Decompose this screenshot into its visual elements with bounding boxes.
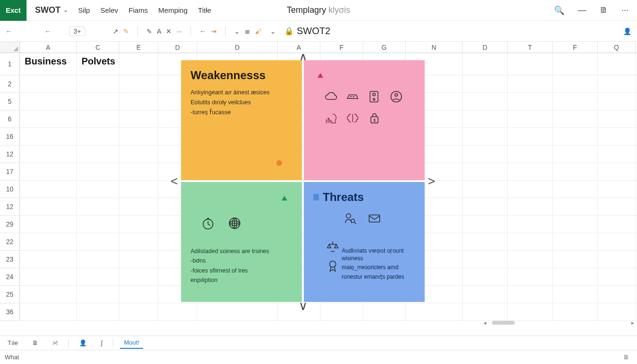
cell[interactable] xyxy=(119,303,158,320)
cell[interactable] xyxy=(598,233,636,250)
status-page-icon[interactable]: 🗎 xyxy=(623,354,632,361)
row-header[interactable]: 36 xyxy=(0,303,20,321)
cell[interactable] xyxy=(598,198,636,215)
column-header[interactable]: A xyxy=(20,42,77,53)
menu-item-silp[interactable]: Silp xyxy=(78,6,90,14)
cell[interactable] xyxy=(119,75,158,92)
cell[interactable] xyxy=(598,128,636,145)
dropdown2-icon[interactable]: ⌄ xyxy=(270,27,276,35)
minimize-icon[interactable]: — xyxy=(578,5,586,15)
cell[interactable] xyxy=(20,146,77,163)
cell[interactable] xyxy=(197,303,278,320)
row-header[interactable]: 29 xyxy=(0,216,20,233)
cell[interactable] xyxy=(463,233,508,250)
cell[interactable] xyxy=(598,303,636,320)
row-header[interactable]: 6 xyxy=(0,110,20,128)
cell[interactable] xyxy=(598,286,636,303)
cell[interactable] xyxy=(20,233,77,250)
swot-weaknesses[interactable]: Weakennesss Anlıyingeant aır áinest æsic… xyxy=(181,60,302,180)
cell[interactable] xyxy=(119,93,158,110)
cell[interactable] xyxy=(77,163,119,180)
row-header[interactable]: 5 xyxy=(0,93,20,110)
cell[interactable] xyxy=(463,181,508,198)
cell[interactable] xyxy=(119,128,158,145)
cell[interactable] xyxy=(119,286,158,303)
cell[interactable] xyxy=(553,216,598,233)
cell[interactable] xyxy=(77,216,119,233)
cell[interactable] xyxy=(508,163,553,180)
cell[interactable] xyxy=(20,198,77,215)
brush-icon[interactable]: 🖌 xyxy=(255,27,262,35)
pencil-icon[interactable]: ✎ xyxy=(146,27,152,35)
cell[interactable]: Business xyxy=(20,53,77,75)
column-header[interactable]: A xyxy=(278,42,320,53)
menu-item-title[interactable]: Titłe xyxy=(198,6,211,14)
column-header[interactable]: F xyxy=(553,42,598,53)
swot-strengths[interactable]: $ xyxy=(304,60,425,180)
cell[interactable] xyxy=(508,303,553,320)
cell[interactable] xyxy=(20,75,77,92)
cell[interactable] xyxy=(463,93,508,110)
tab-next[interactable]: >! xyxy=(49,337,62,348)
column-header[interactable]: G xyxy=(363,42,406,53)
cell[interactable] xyxy=(553,233,598,250)
cell[interactable] xyxy=(119,198,158,215)
cell[interactable] xyxy=(508,286,553,303)
cell[interactable] xyxy=(463,216,508,233)
cell[interactable] xyxy=(553,128,598,145)
cell-b1[interactable]: Polvets xyxy=(77,53,119,70)
cell[interactable] xyxy=(508,110,553,127)
menu-item-selev[interactable]: Selev xyxy=(100,6,118,14)
cell[interactable] xyxy=(77,93,119,110)
column-header[interactable]: D xyxy=(197,42,278,53)
row-header[interactable]: 12 xyxy=(0,198,20,216)
cell[interactable] xyxy=(463,198,508,215)
cell[interactable] xyxy=(598,251,636,268)
tab-tile[interactable]: Tıle xyxy=(4,337,22,348)
cell[interactable] xyxy=(598,53,636,75)
menu-item-memping[interactable]: Memping xyxy=(158,6,188,14)
row-header[interactable]: 17 xyxy=(0,163,20,181)
cell[interactable] xyxy=(508,268,553,285)
cell[interactable] xyxy=(508,251,553,268)
cell[interactable] xyxy=(77,146,119,163)
strike-icon[interactable]: ✕ xyxy=(166,27,172,35)
row-header[interactable]: 12 xyxy=(0,146,20,163)
cell[interactable] xyxy=(20,303,77,320)
cell[interactable] xyxy=(508,93,553,110)
cell[interactable] xyxy=(463,163,508,180)
menu-swot[interactable]: SWOT ⌄ xyxy=(35,5,68,15)
cell[interactable] xyxy=(119,268,158,285)
horizontal-scrollbar[interactable]: ◂ ▸ xyxy=(492,319,634,326)
cell[interactable] xyxy=(77,286,119,303)
tab-page-icon[interactable]: 🗎 xyxy=(28,337,42,348)
align-left-icon[interactable]: ← xyxy=(200,27,206,35)
cell[interactable] xyxy=(77,233,119,250)
cell[interactable] xyxy=(119,146,158,163)
cell[interactable] xyxy=(553,303,598,320)
cell[interactable] xyxy=(119,233,158,250)
account-icon[interactable]: 👤 xyxy=(623,27,631,35)
tab-active[interactable]: Mout! xyxy=(120,337,143,349)
row-header[interactable]: 10 xyxy=(0,181,20,198)
cell[interactable] xyxy=(363,303,406,320)
cell[interactable] xyxy=(598,146,636,163)
cell[interactable] xyxy=(158,303,197,320)
zoom-box[interactable]: 3+ xyxy=(69,27,85,36)
column-header[interactable]: N xyxy=(406,42,463,53)
column-header[interactable]: E xyxy=(119,42,158,53)
cell[interactable] xyxy=(553,146,598,163)
cell[interactable] xyxy=(77,75,119,92)
row-header[interactable]: 25 xyxy=(0,286,20,303)
column-header[interactable]: D xyxy=(158,42,197,53)
cell[interactable] xyxy=(119,181,158,198)
scroll-thumb[interactable] xyxy=(492,321,515,325)
cell[interactable] xyxy=(77,198,119,215)
cell[interactable] xyxy=(508,233,553,250)
cell[interactable] xyxy=(77,181,119,198)
cell[interactable] xyxy=(553,110,598,127)
cell[interactable] xyxy=(20,216,77,233)
cell[interactable] xyxy=(20,286,77,303)
cell[interactable] xyxy=(508,216,553,233)
select-all-corner[interactable] xyxy=(0,42,20,53)
